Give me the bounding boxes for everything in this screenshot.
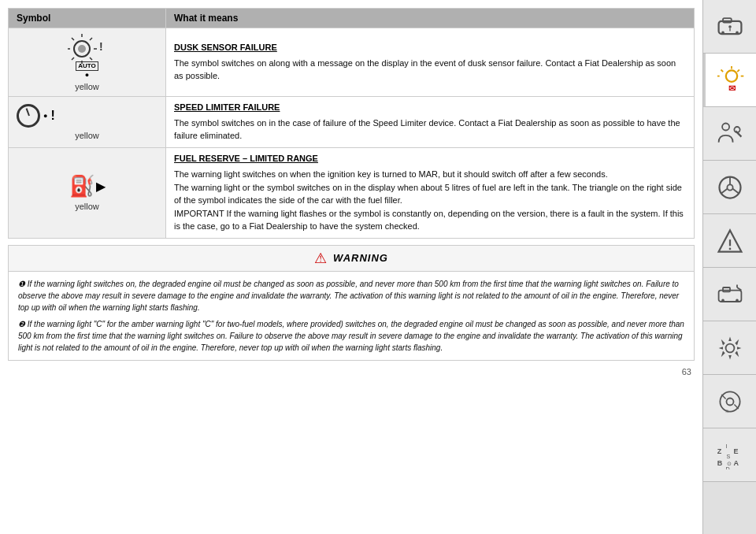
fuel-reserve-icon: ⛽ ▶: [69, 174, 106, 198]
main-content: Symbol What it means: [0, 0, 702, 534]
svg-line-31: [733, 188, 739, 192]
svg-text:D: D: [726, 465, 730, 469]
info-table: Symbol What it means: [8, 8, 695, 239]
symbol-label-2: yellow: [17, 131, 158, 140]
auto-dot: ●: [85, 71, 89, 79]
fuel-pump-icon: ⛽: [69, 174, 94, 198]
svg-text:✉: ✉: [728, 83, 736, 93]
auto-sensor-icon: ! AUTO ●: [17, 33, 158, 79]
car-service-icon: [716, 280, 744, 309]
warning-para-1: ❶ If the warning light switches on, the …: [18, 278, 684, 313]
sidebar-item-warning-triangle[interactable]: [703, 214, 756, 268]
speed-dot: ●: [43, 112, 47, 120]
svg-point-13: [736, 31, 739, 34]
fuel-arrow-icon: ▶: [96, 179, 106, 194]
svg-point-1: [78, 45, 86, 53]
auto-label: AUTO: [76, 61, 98, 71]
table-row: ● ! yellow SPEED LIMITER FAILURE The sym…: [9, 96, 695, 147]
sidebar-item-car-info[interactable]: [703, 0, 756, 54]
svg-line-19: [737, 69, 739, 72]
svg-point-37: [736, 299, 739, 302]
svg-point-38: [721, 299, 724, 302]
svg-line-5: [90, 57, 92, 60]
svg-text:S: S: [727, 452, 731, 459]
svg-point-14: [721, 31, 724, 34]
warning-light-active-icon: ✉: [717, 66, 746, 95]
svg-text:♫: ♫: [725, 408, 729, 413]
svg-text:I: I: [726, 443, 728, 450]
entry-title-2: SPEED LIMITER FAILURE: [174, 102, 686, 113]
warning-box: ⚠ WARNING ❶ If the warning light switche…: [8, 245, 695, 361]
symbol-cell-2: ● ! yellow: [9, 96, 166, 147]
person-tool-icon: [716, 120, 744, 148]
warning-header: ⚠ WARNING: [9, 246, 694, 272]
sidebar: ✉: [702, 0, 756, 534]
sidebar-item-car-service[interactable]: [703, 268, 756, 321]
svg-point-17: [725, 70, 736, 81]
sidebar-item-alphabet[interactable]: Z S E B ⊙ A I D: [703, 428, 756, 482]
warning-title: WARNING: [333, 252, 388, 264]
svg-point-42: [720, 391, 739, 411]
symbol-cell-3: ⛽ ▶ yellow: [9, 147, 166, 238]
warning-triangle-sidebar-icon: [716, 227, 744, 255]
svg-point-34: [729, 247, 732, 250]
sidebar-item-warning-light[interactable]: ✉: [703, 54, 756, 107]
svg-point-15: [728, 25, 732, 28]
svg-text:E: E: [734, 447, 739, 455]
entry-title-3: FUEL RESERVE – LIMITED RANGE: [174, 153, 686, 165]
entry-title-1: DUSK SENSOR FAILURE: [174, 42, 686, 54]
sidebar-item-steering[interactable]: [703, 161, 756, 214]
entry-body-3: The warning light switches on when the i…: [174, 168, 686, 233]
svg-text:B: B: [717, 458, 723, 466]
col-symbol-header: Symbol: [9, 9, 166, 28]
svg-line-3: [90, 38, 92, 40]
sidebar-item-media[interactable]: ♫: [703, 375, 756, 428]
svg-text:!: !: [99, 40, 103, 53]
meaning-cell-1: DUSK SENSOR FAILURE The symbol switches …: [166, 28, 695, 97]
settings-icon: [716, 334, 744, 362]
car-info-icon: [716, 13, 744, 41]
svg-point-28: [727, 184, 732, 190]
meaning-cell-2: SPEED LIMITER FAILURE The symbol switche…: [166, 96, 695, 147]
svg-text:A: A: [734, 458, 739, 466]
sidebar-item-person-tool[interactable]: [703, 107, 756, 161]
speed-limiter-icon: ● !: [17, 104, 158, 128]
symbol-label-3: yellow: [17, 202, 158, 211]
table-row: ! AUTO ● yellow DUSK SENSOR FAILURE The …: [9, 28, 695, 97]
symbol-cell-1: ! AUTO ● yellow: [9, 28, 166, 97]
entry-body-2: The symbol switches on in the case of fa…: [174, 117, 686, 143]
svg-line-9: [72, 38, 74, 40]
col-meaning-header: What it means: [166, 9, 695, 28]
svg-text:Z: Z: [717, 447, 722, 455]
svg-point-24: [722, 123, 729, 130]
alphabet-icon: Z S E B ⊙ A I D: [716, 441, 744, 469]
page-number: 63: [8, 367, 695, 376]
svg-point-43: [727, 398, 734, 405]
speed-exclaim: !: [50, 109, 54, 123]
svg-line-21: [721, 69, 723, 72]
warning-para-2: ❷ If the warning light "C" for the amber…: [18, 318, 684, 354]
warning-body: ❶ If the warning light switches on, the …: [9, 272, 694, 360]
svg-line-30: [721, 188, 727, 192]
warning-triangle-icon: ⚠: [314, 250, 327, 267]
speed-circle: [17, 104, 40, 128]
meaning-cell-3: FUEL RESERVE – LIMITED RANGE The warning…: [166, 147, 695, 238]
svg-line-7: [72, 57, 74, 60]
svg-point-41: [726, 343, 735, 352]
symbol-label-1: yellow: [17, 82, 158, 91]
media-icon: ♫: [716, 388, 744, 416]
table-row: ⛽ ▶ yellow FUEL RESERVE – LIMITED RANGE …: [9, 147, 695, 238]
steering-icon: [716, 173, 744, 202]
sidebar-item-settings[interactable]: [703, 321, 756, 375]
entry-body-1: The symbol switches on along with a mess…: [174, 57, 686, 83]
speed-needle: [26, 108, 30, 116]
